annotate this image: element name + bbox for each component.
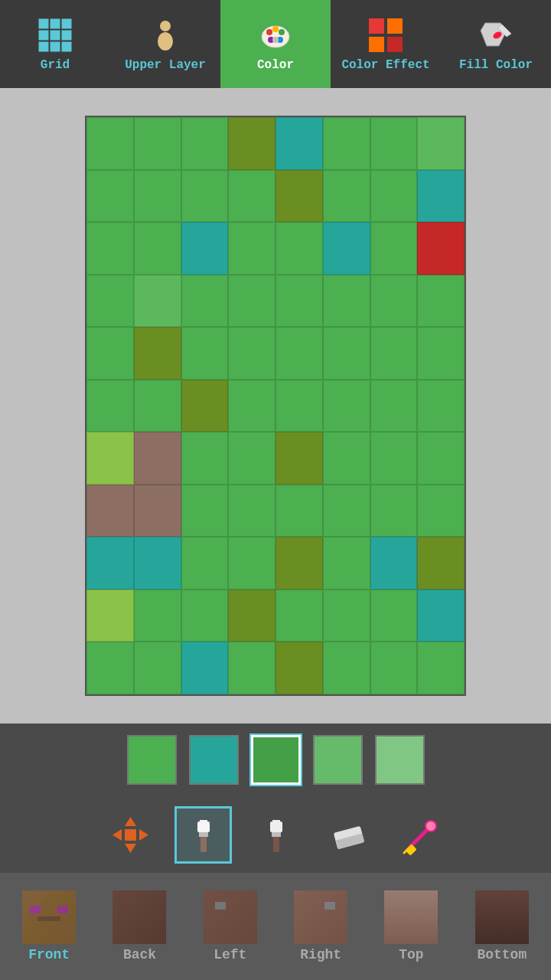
brush2-tool-button[interactable] xyxy=(247,806,305,864)
pixel-cell[interactable] xyxy=(86,327,134,380)
pixel-cell[interactable] xyxy=(370,170,418,223)
pixel-cell[interactable] xyxy=(86,117,134,170)
pixel-cell[interactable] xyxy=(228,485,276,537)
pixel-cell[interactable] xyxy=(228,327,276,380)
pixel-cell[interactable] xyxy=(370,590,418,642)
pixel-cell[interactable] xyxy=(276,485,323,537)
pixel-cell[interactable] xyxy=(417,275,465,328)
pixel-cell[interactable] xyxy=(134,380,181,433)
palette-swatch-2[interactable] xyxy=(251,735,301,785)
pixel-cell[interactable] xyxy=(370,327,418,380)
pixel-cell[interactable] xyxy=(323,275,370,328)
pixel-cell[interactable] xyxy=(417,485,465,537)
pixel-cell[interactable] xyxy=(86,170,134,223)
pixel-cell[interactable] xyxy=(228,380,276,433)
nav-item-grid[interactable]: Grid xyxy=(0,0,110,88)
pixel-cell[interactable] xyxy=(134,275,181,328)
pixel-cell[interactable] xyxy=(134,222,181,275)
pixel-cell[interactable] xyxy=(181,380,229,433)
pixel-cell[interactable] xyxy=(181,432,229,485)
pixel-cell[interactable] xyxy=(134,485,181,537)
pixel-cell[interactable] xyxy=(323,117,370,170)
face-item-right[interactable]: Right xyxy=(282,890,359,962)
pixel-cell[interactable] xyxy=(181,222,229,275)
nav-item-upper-layer[interactable]: Upper Layer xyxy=(110,0,220,88)
pixel-cell[interactable] xyxy=(134,537,181,590)
pixel-cell[interactable] xyxy=(370,485,418,537)
palette-swatch-4[interactable] xyxy=(375,735,425,785)
face-item-front[interactable]: Front xyxy=(11,890,87,962)
pixel-cell[interactable] xyxy=(228,590,276,642)
pixel-cell[interactable] xyxy=(276,537,323,590)
pixel-cell[interactable] xyxy=(417,222,465,275)
pixel-cell[interactable] xyxy=(417,537,465,590)
pixel-cell[interactable] xyxy=(228,642,276,694)
pixel-cell[interactable] xyxy=(276,117,323,170)
pixel-cell[interactable] xyxy=(86,590,134,642)
pixel-cell[interactable] xyxy=(181,275,229,328)
pixel-cell[interactable] xyxy=(323,327,370,380)
eraser-tool-button[interactable] xyxy=(320,806,377,864)
pixel-cell[interactable] xyxy=(323,432,370,485)
pixel-cell[interactable] xyxy=(86,642,134,694)
pixel-cell[interactable] xyxy=(134,432,181,485)
face-item-back[interactable]: Back xyxy=(101,890,178,962)
pixel-cell[interactable] xyxy=(323,485,370,537)
pixel-cell[interactable] xyxy=(370,222,418,275)
pixel-cell[interactable] xyxy=(370,380,418,433)
pixel-cell[interactable] xyxy=(370,432,418,485)
eyedropper-tool-button[interactable] xyxy=(393,806,450,864)
pixel-cell[interactable] xyxy=(181,537,229,590)
pixel-cell[interactable] xyxy=(276,590,323,642)
pixel-cell[interactable] xyxy=(323,380,370,433)
pixel-cell[interactable] xyxy=(276,327,323,380)
pixel-cell[interactable] xyxy=(228,170,276,223)
move-tool-button[interactable] xyxy=(102,806,159,864)
pixel-cell[interactable] xyxy=(276,170,323,223)
face-item-left[interactable]: Left xyxy=(192,890,269,962)
pixel-cell[interactable] xyxy=(417,117,465,170)
pixel-cell[interactable] xyxy=(323,170,370,223)
nav-item-color-effect[interactable]: Color Effect xyxy=(331,0,441,88)
pixel-cell[interactable] xyxy=(370,275,418,328)
pixel-cell[interactable] xyxy=(181,327,229,380)
pixel-cell[interactable] xyxy=(86,380,134,433)
pixel-grid[interactable] xyxy=(85,116,466,696)
pixel-cell[interactable] xyxy=(181,117,229,170)
pixel-cell[interactable] xyxy=(276,432,323,485)
pixel-cell[interactable] xyxy=(228,537,276,590)
pixel-cell[interactable] xyxy=(134,642,181,694)
pixel-cell[interactable] xyxy=(134,170,181,223)
pixel-cell[interactable] xyxy=(417,590,465,642)
palette-swatch-1[interactable] xyxy=(189,735,239,785)
pixel-cell[interactable] xyxy=(276,642,323,694)
pixel-cell[interactable] xyxy=(417,327,465,380)
pixel-cell[interactable] xyxy=(181,590,229,642)
pixel-cell[interactable] xyxy=(181,485,229,537)
face-item-bottom[interactable]: Bottom xyxy=(464,890,540,962)
pixel-cell[interactable] xyxy=(323,222,370,275)
nav-item-fill-color[interactable]: Fill Color xyxy=(441,0,551,88)
pixel-cell[interactable] xyxy=(228,432,276,485)
pixel-cell[interactable] xyxy=(276,275,323,328)
pixel-cell[interactable] xyxy=(323,590,370,642)
pixel-cell[interactable] xyxy=(86,275,134,328)
pixel-cell[interactable] xyxy=(134,117,181,170)
pixel-cell[interactable] xyxy=(370,537,418,590)
pixel-cell[interactable] xyxy=(181,170,229,223)
pixel-cell[interactable] xyxy=(86,485,134,537)
pixel-cell[interactable] xyxy=(86,222,134,275)
pixel-cell[interactable] xyxy=(323,537,370,590)
pixel-cell[interactable] xyxy=(323,642,370,694)
pixel-cell[interactable] xyxy=(228,117,276,170)
pixel-cell[interactable] xyxy=(86,432,134,485)
pixel-cell[interactable] xyxy=(417,170,465,223)
pixel-cell[interactable] xyxy=(417,432,465,485)
pixel-cell[interactable] xyxy=(181,642,229,694)
pixel-cell[interactable] xyxy=(228,222,276,275)
brush-tool-button[interactable] xyxy=(174,806,232,864)
pixel-cell[interactable] xyxy=(134,327,181,380)
pixel-cell[interactable] xyxy=(417,642,465,694)
pixel-cell[interactable] xyxy=(276,380,323,433)
palette-swatch-0[interactable] xyxy=(127,735,177,785)
